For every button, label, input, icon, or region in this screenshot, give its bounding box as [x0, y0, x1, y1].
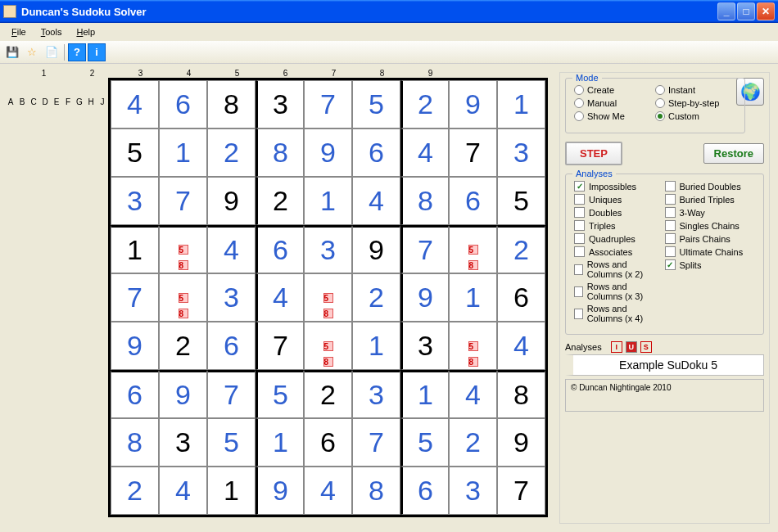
sudoku-cell[interactable]: 1 [352, 322, 400, 370]
sudoku-cell[interactable]: 6 [497, 273, 545, 322]
sudoku-cell[interactable]: 1 [159, 128, 207, 177]
sudoku-cell[interactable]: 6 [207, 322, 256, 370]
sudoku-cell[interactable]: 5 [352, 80, 400, 128]
sudoku-cell[interactable]: 9 [400, 273, 449, 322]
sudoku-cell[interactable]: 3 [207, 273, 256, 322]
mode-option-manual[interactable]: Manual [574, 98, 655, 108]
sudoku-cell[interactable]: 58 [304, 322, 352, 370]
analysis-3-way[interactable]: 3-Way [665, 207, 756, 218]
sudoku-cell[interactable]: 2 [256, 177, 304, 225]
sudoku-cell[interactable]: 9 [207, 177, 256, 225]
analysis-ultimate-chains[interactable]: Ultimate Chains [665, 246, 756, 257]
save-icon[interactable]: 💾 [3, 43, 21, 61]
close-button[interactable]: ✕ [757, 2, 775, 20]
sudoku-cell[interactable]: 8 [400, 177, 449, 225]
sudoku-cell[interactable]: 1 [111, 225, 159, 273]
sudoku-cell[interactable]: 9 [111, 322, 159, 370]
sudoku-cell[interactable]: 8 [497, 370, 545, 418]
menu-help[interactable]: Help [70, 25, 102, 38]
sudoku-cell[interactable]: 6 [304, 418, 352, 467]
sudoku-cell[interactable]: 4 [400, 128, 449, 177]
sudoku-cell[interactable]: 7 [256, 322, 304, 370]
sudoku-cell[interactable]: 7 [304, 80, 352, 128]
sudoku-cell[interactable]: 58 [159, 225, 207, 273]
sudoku-cell[interactable]: 4 [352, 177, 400, 225]
sudoku-cell[interactable]: 7 [207, 370, 256, 418]
restore-button[interactable]: Restore [703, 143, 764, 164]
sudoku-cell[interactable]: 4 [159, 467, 207, 515]
sudoku-cell[interactable]: 9 [159, 370, 207, 418]
sudoku-cell[interactable]: 1 [497, 80, 545, 128]
sudoku-cell[interactable]: 1 [207, 467, 256, 515]
sudoku-cell[interactable]: 2 [497, 225, 545, 273]
analysis-rows-and-columns-x-3-[interactable]: Rows and Columns (x 3) [574, 282, 665, 301]
mode-option-show-me[interactable]: Show Me [574, 111, 655, 121]
analysis-impossibles[interactable]: ✓Impossibles [574, 181, 665, 192]
sudoku-cell[interactable]: 7 [159, 177, 207, 225]
sudoku-cell[interactable]: 8 [207, 80, 256, 128]
sudoku-cell[interactable]: 8 [256, 128, 304, 177]
sudoku-cell[interactable]: 3 [304, 225, 352, 273]
sudoku-cell[interactable]: 58 [304, 273, 352, 322]
sudoku-cell[interactable]: 5 [400, 418, 449, 467]
sudoku-cell[interactable]: 4 [449, 370, 497, 418]
sudoku-cell[interactable]: 1 [256, 418, 304, 467]
analysis-uniques[interactable]: Uniques [574, 194, 665, 205]
sudoku-cell[interactable]: 4 [304, 467, 352, 515]
mode-option-instant[interactable]: Instant [655, 85, 736, 95]
sudoku-cell[interactable]: 2 [400, 80, 449, 128]
mode-option-step-by-step[interactable]: Step-by-step [655, 98, 736, 108]
sudoku-cell[interactable]: 6 [400, 467, 449, 515]
sudoku-cell[interactable]: 2 [207, 128, 256, 177]
minimize-button[interactable]: _ [717, 2, 735, 20]
sudoku-cell[interactable]: 8 [111, 418, 159, 467]
sudoku-cell[interactable]: 58 [159, 273, 207, 322]
sudoku-cell[interactable]: 8 [352, 467, 400, 515]
analysis-buried-triples[interactable]: Buried Triples [665, 194, 756, 205]
sudoku-cell[interactable]: 58 [449, 225, 497, 273]
menu-file[interactable]: File [5, 25, 33, 38]
sudoku-cell[interactable]: 4 [497, 322, 545, 370]
sudoku-cell[interactable]: 7 [400, 225, 449, 273]
maximize-button[interactable]: □ [737, 2, 755, 20]
sudoku-cell[interactable]: 5 [497, 177, 545, 225]
sudoku-cell[interactable]: 4 [256, 273, 304, 322]
analysis-triples[interactable]: Triples [574, 220, 665, 231]
sudoku-cell[interactable]: 1 [400, 370, 449, 418]
sudoku-cell[interactable]: 2 [159, 322, 207, 370]
menu-tools[interactable]: Tools [34, 25, 69, 38]
analysis-rows-and-columns-x-2-[interactable]: Rows and Columns (x 2) [574, 259, 665, 279]
sudoku-cell[interactable]: 6 [449, 177, 497, 225]
info-icon[interactable]: i [88, 43, 106, 61]
sudoku-cell[interactable]: 9 [304, 128, 352, 177]
star-icon[interactable]: ☆ [23, 43, 41, 61]
sudoku-cell[interactable]: 7 [449, 128, 497, 177]
sudoku-grid[interactable]: 4683752915128964733792148651584639758275… [108, 78, 548, 517]
sudoku-cell[interactable]: 7 [497, 467, 545, 515]
sudoku-cell[interactable]: 4 [111, 80, 159, 128]
analysis-pairs-chains[interactable]: Pairs Chains [665, 233, 756, 244]
sudoku-cell[interactable]: 3 [352, 370, 400, 418]
sudoku-cell[interactable]: 6 [159, 80, 207, 128]
sudoku-cell[interactable]: 58 [449, 322, 497, 370]
analysis-doubles[interactable]: Doubles [574, 207, 665, 218]
sudoku-cell[interactable]: 3 [449, 467, 497, 515]
sudoku-cell[interactable]: 5 [256, 370, 304, 418]
mode-option-create[interactable]: Create [574, 85, 655, 95]
sudoku-cell[interactable]: 6 [111, 370, 159, 418]
analysis-buried-doubles[interactable]: Buried Doubles [665, 181, 756, 192]
analysis-rows-and-columns-x-4-[interactable]: Rows and Columns (x 4) [574, 304, 665, 323]
analysis-singles-chains[interactable]: Singles Chains [665, 220, 756, 231]
sudoku-cell[interactable]: 1 [304, 177, 352, 225]
sudoku-cell[interactable]: 2 [111, 467, 159, 515]
analysis-splits[interactable]: ✓Splits [665, 259, 756, 270]
sudoku-cell[interactable]: 6 [256, 225, 304, 273]
sudoku-cell[interactable]: 9 [449, 80, 497, 128]
step-button[interactable]: STEP [565, 142, 622, 165]
sudoku-cell[interactable]: 6 [352, 128, 400, 177]
sudoku-cell[interactable]: 9 [352, 225, 400, 273]
analysis-associates[interactable]: Associates [574, 246, 665, 257]
help-icon[interactable]: ? [68, 43, 86, 61]
new-icon[interactable]: 📄 [43, 43, 61, 61]
sudoku-cell[interactable]: 3 [159, 418, 207, 467]
